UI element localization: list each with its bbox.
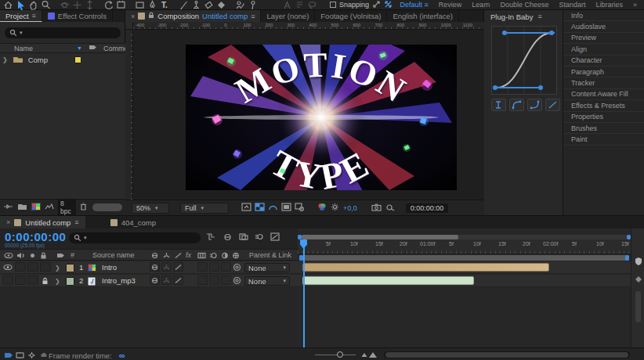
- home-icon[interactable]: [2, 0, 13, 9]
- rotate-tool-icon[interactable]: [103, 0, 114, 9]
- audio-cell[interactable]: [15, 262, 26, 272]
- orbit-camera-tool-icon[interactable]: [59, 0, 70, 9]
- clone-stamp-tool-icon[interactable]: [190, 0, 201, 9]
- new-composition-icon[interactable]: [31, 203, 41, 212]
- switch-cell[interactable]: [221, 275, 231, 285]
- switch-cell[interactable]: [197, 262, 208, 272]
- solo-cell[interactable]: [27, 262, 38, 272]
- tab-effect-controls[interactable]: Effect Controls: [42, 10, 113, 22]
- region-of-interest-icon[interactable]: [241, 203, 251, 213]
- eraser-tool-icon[interactable]: [203, 0, 214, 9]
- sidebar-item-paint[interactable]: Paint: [563, 134, 644, 145]
- performance-icon[interactable]: [27, 351, 36, 360]
- fx-switch-icon[interactable]: fx: [186, 251, 191, 259]
- 3d-switch-icon[interactable]: [232, 252, 240, 261]
- cloud-icon[interactable]: [39, 351, 49, 360]
- quality-switch-cell[interactable]: [173, 262, 183, 272]
- character-panel-icon[interactable]: [281, 0, 292, 9]
- layer-row-intro[interactable]: ❯ 1 Intro None ▾: [0, 261, 298, 274]
- panel-menu-icon[interactable]: ≡: [32, 12, 36, 20]
- gpu-info-icon[interactable]: [16, 351, 24, 360]
- curve-handle[interactable]: [493, 85, 497, 90]
- expand-icon[interactable]: [372, 0, 381, 10]
- type-tool-icon[interactable]: T.: [159, 0, 170, 9]
- parent-dropdown[interactable]: None ▾: [244, 263, 290, 272]
- video-cell[interactable]: [2, 275, 13, 285]
- close-tab-icon[interactable]: ×: [6, 218, 10, 226]
- adjustment-switch-icon[interactable]: [221, 252, 229, 261]
- project-settings-icon[interactable]: [45, 203, 54, 212]
- timeline-zoom-knob[interactable]: [337, 351, 343, 358]
- audio-cell[interactable]: [15, 275, 26, 285]
- timeline-search-input[interactable]: ▾: [69, 232, 201, 243]
- workspace-tab-double-cheese[interactable]: Double Cheese: [500, 1, 548, 9]
- layer-bar-intro-mp3[interactable]: [302, 276, 474, 285]
- video-column-icon[interactable]: [4, 252, 13, 261]
- column-number[interactable]: #: [71, 251, 74, 259]
- magnification-dropdown[interactable]: 50%▾: [132, 203, 169, 214]
- shy-switch-cell[interactable]: [150, 275, 160, 285]
- transparency-grid-icon[interactable]: [255, 203, 265, 213]
- workspace-tab-learn[interactable]: Learn: [472, 1, 490, 9]
- workspace-tab-default[interactable]: Default ≡: [400, 1, 429, 9]
- render-queue-icon[interactable]: [4, 351, 13, 360]
- panel-menu-icon[interactable]: ≡: [251, 13, 255, 20]
- tab-project[interactable]: Project ≡: [0, 10, 42, 22]
- sidebar-item-paragraph[interactable]: Paragraph: [563, 67, 644, 77]
- tab-footage[interactable]: Footage (Volnitsa): [315, 10, 387, 22]
- sort-arrow-icon[interactable]: ▼: [77, 45, 82, 51]
- label-column-icon[interactable]: [89, 44, 97, 52]
- quality-switch-icon[interactable]: [174, 252, 183, 261]
- pixel-preview-icon[interactable]: [295, 203, 305, 213]
- interpret-footage-icon[interactable]: [3, 203, 13, 212]
- trash-icon[interactable]: [80, 203, 87, 212]
- visibility-eye-icon[interactable]: [3, 264, 13, 272]
- scrollbar-thumb[interactable]: [385, 352, 628, 358]
- label-color-chip[interactable]: [74, 56, 81, 63]
- lock-column-icon[interactable]: [40, 252, 47, 261]
- workspace-tab-libraries[interactable]: Libraries: [595, 1, 623, 9]
- ease-in-preset-button[interactable]: [527, 99, 542, 111]
- tab-layer[interactable]: Layer (none): [261, 10, 315, 22]
- collapse-switch-icon[interactable]: [162, 252, 171, 261]
- expander-icon[interactable]: ❯: [55, 265, 60, 272]
- zoom-tool-icon[interactable]: [40, 0, 51, 9]
- audio-column-icon[interactable]: [16, 252, 25, 261]
- layer-name[interactable]: Intro: [102, 263, 117, 272]
- mask-visibility-icon[interactable]: [268, 203, 278, 213]
- snapshot-camera-icon[interactable]: [371, 203, 382, 213]
- comp-flowchart-icon[interactable]: [205, 232, 216, 243]
- layer-color-chip[interactable]: [66, 264, 74, 272]
- lasso-tool-icon[interactable]: [306, 0, 317, 9]
- preview-timecode[interactable]: 0:00:00:00: [406, 203, 449, 213]
- shy-switch-icon[interactable]: [150, 252, 159, 261]
- layer-row-intro-mp3[interactable]: ❯ 2 Intro_mp3 None ▾: [0, 275, 298, 287]
- panel-menu-icon[interactable]: ≡: [74, 218, 78, 226]
- parent-pickwhip-icon[interactable]: [233, 276, 241, 286]
- lock-cell[interactable]: [40, 262, 51, 272]
- composition-viewer[interactable]: MOTION TYPE: [133, 30, 484, 200]
- quality-switch-cell[interactable]: [173, 275, 183, 285]
- column-parent-link[interactable]: Parent & Link: [249, 251, 291, 259]
- new-folder-icon[interactable]: [17, 203, 27, 212]
- guides-icon[interactable]: [281, 203, 291, 213]
- rectangle-tool-icon[interactable]: [134, 0, 145, 9]
- curve-handle[interactable]: [549, 31, 554, 35]
- project-row-comp[interactable]: ❯ Comp: [0, 54, 125, 66]
- lock-icon[interactable]: [148, 12, 154, 20]
- sidebar-item-audioslave[interactable]: Audioslave: [563, 21, 644, 32]
- exposure-value[interactable]: +0,0: [343, 204, 357, 212]
- timeline-tab-untitled-comp[interactable]: × Untitled comp ≡: [0, 216, 85, 229]
- workspace-tab-standart[interactable]: Standart: [559, 1, 585, 9]
- layer-bar-intro[interactable]: [302, 263, 549, 272]
- expander-icon[interactable]: ❯: [55, 278, 60, 285]
- zoom-out-mountain-icon[interactable]: [300, 354, 308, 360]
- dolly-camera-tool-icon[interactable]: [84, 0, 95, 9]
- shy-toggle-icon[interactable]: [223, 232, 233, 243]
- label-column-icon[interactable]: [56, 252, 65, 261]
- sidebar-item-tracker[interactable]: Tracker: [563, 77, 644, 88]
- work-area-bar[interactable]: [299, 255, 629, 261]
- roto-brush-tool-icon[interactable]: [234, 0, 245, 9]
- switch-cell[interactable]: [209, 262, 219, 272]
- timeline-tab-404-comp[interactable]: 404_comp: [104, 216, 162, 229]
